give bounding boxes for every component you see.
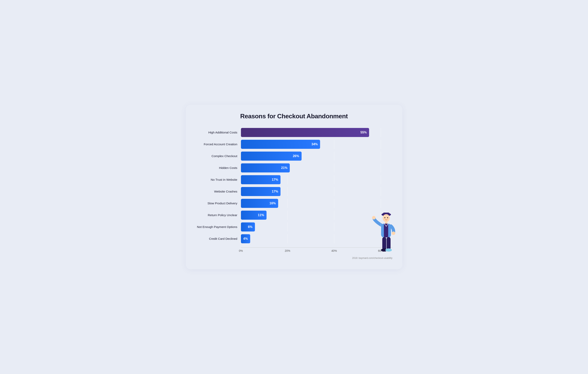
svg-rect-7 bbox=[384, 224, 388, 237]
grid-line bbox=[287, 199, 288, 208]
bar-label: Slow Product Delivery bbox=[196, 202, 241, 205]
bar-value: 55% bbox=[360, 131, 367, 134]
bar-fill: 55% bbox=[241, 128, 369, 137]
bar-value: 11% bbox=[258, 213, 264, 217]
bar-track: 21% bbox=[241, 163, 392, 172]
svg-point-8 bbox=[372, 216, 376, 219]
bar-label: Forced Account Creation bbox=[196, 143, 241, 146]
grid-line bbox=[381, 234, 381, 243]
svg-rect-5 bbox=[385, 222, 388, 224]
grid-line bbox=[381, 175, 381, 184]
person-illustration bbox=[371, 210, 397, 254]
grid-line bbox=[334, 140, 334, 149]
bar-value: 26% bbox=[293, 154, 299, 158]
bar-value: 34% bbox=[311, 143, 318, 146]
x-axis-tick: 40% bbox=[331, 249, 337, 252]
grid-line bbox=[381, 187, 381, 196]
chart-title: Reasons for Checkout Abandonment bbox=[196, 113, 392, 120]
bar-value: 17% bbox=[272, 178, 278, 181]
bar-label: Credit Card Declined bbox=[196, 237, 241, 241]
chart-area: High Additional Costs55%Forced Account C… bbox=[196, 127, 392, 245]
svg-point-3 bbox=[384, 217, 385, 218]
svg-rect-10 bbox=[382, 237, 386, 250]
bar-label: High Additional Costs bbox=[196, 131, 241, 135]
grid-line bbox=[381, 222, 381, 231]
bar-label: Return Policy Unclear bbox=[196, 213, 241, 217]
grid-line bbox=[381, 140, 381, 149]
grid-line bbox=[334, 152, 334, 161]
grid-line bbox=[287, 234, 288, 243]
grid-line bbox=[381, 163, 381, 172]
bar-row: Slow Product Delivery16% bbox=[196, 198, 392, 209]
x-axis-tick: 20% bbox=[285, 249, 290, 252]
bar-fill: 21% bbox=[241, 163, 290, 172]
grid-line bbox=[334, 234, 334, 243]
bar-fill: 17% bbox=[241, 175, 281, 184]
bar-value: 4% bbox=[243, 237, 248, 240]
svg-point-2 bbox=[383, 214, 390, 222]
grid-line bbox=[334, 222, 334, 231]
bar-value: 6% bbox=[248, 225, 252, 229]
x-axis-tick: 0% bbox=[239, 249, 243, 252]
bar-track: 26% bbox=[241, 152, 392, 161]
bar-row: Return Policy Unclear11% bbox=[196, 210, 392, 221]
grid-line bbox=[381, 152, 381, 161]
grid-line bbox=[334, 211, 334, 220]
bar-value: 21% bbox=[281, 166, 287, 170]
grid-line bbox=[287, 222, 288, 231]
bar-track: 4% bbox=[241, 234, 392, 243]
grid-line bbox=[334, 187, 334, 196]
grid-line bbox=[287, 187, 288, 196]
bar-row: High Additional Costs55% bbox=[196, 127, 392, 138]
grid-line bbox=[381, 211, 381, 220]
bar-fill: 16% bbox=[241, 199, 278, 208]
svg-point-4 bbox=[387, 217, 388, 218]
bar-track: 6% bbox=[241, 222, 392, 231]
bar-row: Credit Card Declined4% bbox=[196, 233, 392, 244]
bar-label: No Trust in Website bbox=[196, 178, 241, 182]
grid-line bbox=[381, 128, 381, 137]
bar-fill: 6% bbox=[241, 222, 255, 231]
bar-value: 16% bbox=[270, 202, 276, 205]
grid-line bbox=[381, 199, 381, 208]
svg-rect-15 bbox=[385, 249, 392, 251]
bar-track: 16% bbox=[241, 199, 392, 208]
bar-row: No Trust in Website17% bbox=[196, 174, 392, 185]
svg-point-9 bbox=[392, 231, 395, 235]
bar-fill: 11% bbox=[241, 211, 267, 220]
bar-label: Hidden Costs bbox=[196, 166, 241, 170]
x-axis: 0%20%40%60% bbox=[241, 249, 392, 254]
bar-label: Complex Checkout bbox=[196, 154, 241, 158]
bar-row: Not Enough Payment Options6% bbox=[196, 221, 392, 232]
bar-row: Complex Checkout26% bbox=[196, 151, 392, 162]
bar-track: 17% bbox=[241, 187, 392, 196]
bar-track: 55% bbox=[241, 128, 392, 137]
grid-line bbox=[334, 199, 334, 208]
bar-row: Forced Account Creation34% bbox=[196, 139, 392, 150]
bar-row: Website Crashes17% bbox=[196, 186, 392, 197]
bar-label: Not Enough Payment Options bbox=[196, 225, 241, 229]
chart-card: Reasons for Checkout Abandonment High Ad… bbox=[186, 105, 402, 269]
grid-line bbox=[334, 175, 334, 184]
bar-track: 17% bbox=[241, 175, 392, 184]
source-text: 2018: baymard.com/checkout-usability bbox=[196, 257, 392, 260]
grid-line bbox=[334, 163, 334, 172]
bar-fill: 26% bbox=[241, 152, 302, 161]
grid-line bbox=[287, 175, 288, 184]
bar-track: 11% bbox=[241, 211, 392, 220]
bar-track: 34% bbox=[241, 140, 392, 149]
grid-line bbox=[287, 211, 288, 220]
bar-value: 17% bbox=[272, 190, 278, 193]
svg-rect-11 bbox=[387, 237, 390, 250]
bar-fill: 17% bbox=[241, 187, 281, 196]
bar-fill: 4% bbox=[241, 234, 250, 243]
bar-row: Hidden Costs21% bbox=[196, 162, 392, 173]
bar-fill: 34% bbox=[241, 140, 320, 149]
bar-label: Website Crashes bbox=[196, 190, 241, 194]
